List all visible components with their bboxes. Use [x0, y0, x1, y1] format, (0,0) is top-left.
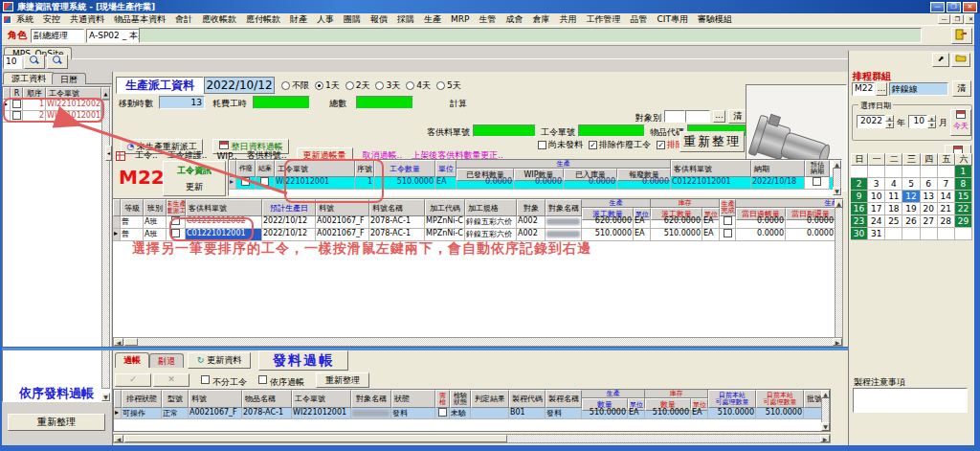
calendar-day[interactable]: 14	[938, 191, 955, 203]
tab-posting[interactable]: 過帳	[115, 352, 149, 368]
supply-no-field[interactable]	[473, 124, 536, 137]
calendar-day[interactable]: 18	[885, 203, 902, 215]
calendar-day[interactable]: 7	[938, 178, 955, 191]
unissued-checkbox[interactable]	[538, 141, 546, 149]
calendar-day[interactable]	[921, 166, 938, 178]
calendar-day[interactable]	[902, 166, 920, 178]
today-button[interactable]: 今天	[950, 109, 971, 136]
calendar-day-selected[interactable]: 12	[902, 191, 920, 203]
menu-item[interactable]: 團購	[344, 13, 361, 26]
target-clear-button[interactable]: 清	[728, 109, 747, 124]
calendar-day[interactable]: 19	[902, 203, 920, 215]
tab-source-data[interactable]: 源工資料	[3, 72, 55, 84]
calendar-day[interactable]: 2	[851, 178, 868, 191]
posting-hscrollbar[interactable]: ◀ ▶	[113, 434, 831, 443]
calendar-day[interactable]: 20	[921, 203, 938, 215]
move-hours-field[interactable]: 13	[159, 96, 205, 109]
dispatch-date-field[interactable]: 2022/10/12	[204, 77, 275, 94]
restore-button[interactable]: ❐	[947, 2, 961, 12]
tab-reject[interactable]: 剔退	[149, 353, 184, 368]
calendar-day[interactable]: 16	[851, 203, 868, 215]
menu-item[interactable]: 系統	[16, 13, 33, 26]
list-scrollbar[interactable]	[101, 100, 110, 389]
close-button[interactable]: ✕	[963, 2, 977, 12]
menu-item[interactable]: 共通資料	[70, 13, 104, 26]
calendar-day[interactable]: 27	[921, 215, 938, 228]
open-folder-button[interactable]	[951, 53, 970, 67]
schedule-vscrollbar[interactable]	[835, 199, 843, 337]
calendar-day[interactable]: 25	[885, 215, 902, 228]
workorder-row[interactable]: ▸ WI221012001 1 510.0000 EA 0.0000 0.000…	[229, 177, 841, 190]
scrollbar-down-icon[interactable]: ▼	[821, 422, 830, 431]
main-refresh-button[interactable]: 重新整理	[679, 131, 745, 152]
scrollbar-up-icon[interactable]: ▲	[833, 160, 841, 169]
calendar-day[interactable]: 31	[868, 228, 885, 240]
notes-input[interactable]	[853, 388, 968, 413]
calendar-day[interactable]: 6	[921, 178, 938, 191]
collapse-panel-button[interactable]: ◂	[105, 146, 112, 161]
redispatch-checkbox[interactable]	[171, 229, 180, 237]
close-checkbox[interactable]	[260, 177, 269, 186]
posting-refresh-button[interactable]: 重新整理	[316, 372, 369, 388]
calendar-day[interactable]: 9	[851, 191, 868, 203]
need-inspect-checkbox[interactable]	[438, 408, 447, 417]
exclude-done-checkbox[interactable]	[657, 141, 665, 149]
total-field[interactable]	[356, 96, 413, 109]
menu-item[interactable]: MRP	[451, 14, 469, 24]
calendar-day[interactable]: 15	[955, 191, 972, 203]
menu-item[interactable]: 生產	[424, 13, 441, 26]
menu-item[interactable]: 應收帳款	[202, 13, 236, 26]
cancel-button[interactable]: ✕	[153, 373, 189, 387]
spent-hours-field[interactable]	[253, 96, 310, 109]
radio-1day[interactable]	[315, 81, 323, 90]
target-name-field[interactable]	[685, 110, 710, 123]
list-item[interactable]: 2 WI221012001	[3, 111, 110, 123]
radio-unlimited[interactable]	[281, 81, 290, 90]
sequential-post-label[interactable]: 依序發料過帳	[2, 385, 111, 402]
tab-calendar[interactable]: 日曆	[52, 73, 86, 84]
row-checkbox[interactable]	[12, 111, 21, 120]
calendar-day[interactable]: 26	[902, 215, 920, 228]
calendar-day[interactable]: 8	[955, 178, 972, 191]
menu-item[interactable]: CIT專用	[657, 13, 687, 26]
calendar-day[interactable]	[885, 166, 902, 178]
radio-2day[interactable]	[345, 81, 354, 90]
calendar-day[interactable]: 17	[868, 203, 885, 215]
menu-item[interactable]: 成會	[505, 13, 523, 26]
confirm-button[interactable]: ✓	[115, 373, 151, 387]
calendar-day[interactable]	[938, 228, 955, 240]
calendar-day[interactable]: 5	[902, 178, 920, 191]
menu-item[interactable]: 人事	[317, 13, 334, 26]
month-field[interactable]: 10	[908, 115, 927, 128]
menu-item[interactable]: 報價	[370, 13, 388, 26]
scrollbar-down-icon[interactable]: ▼	[833, 187, 841, 195]
menu-item[interactable]: 工作管理	[586, 13, 620, 26]
scrollbar-up-icon[interactable]: ▲	[821, 390, 830, 398]
calendar-day[interactable]: 22	[955, 203, 972, 215]
menu-item[interactable]: 會計	[175, 13, 192, 26]
scrollbar-up-icon[interactable]: ▲	[101, 87, 110, 100]
link-workorder[interactable]: 工令..	[135, 149, 158, 162]
menu-item[interactable]: 共用	[559, 13, 576, 26]
calendar-day[interactable]: 30	[851, 228, 868, 240]
redispatch-checkbox[interactable]	[171, 216, 180, 225]
calendar-day[interactable]	[938, 166, 955, 178]
issue-post-button[interactable]: 發料過帳	[258, 350, 348, 371]
calendar-day[interactable]	[868, 166, 885, 178]
update-data-button[interactable]: ↻ 更新資料	[188, 352, 251, 369]
calc-label[interactable]: 計算	[450, 98, 467, 110]
exclude-void-checkbox[interactable]	[589, 141, 597, 149]
order-no-field[interactable]	[578, 124, 645, 137]
mdi-minimize-button[interactable]: —	[938, 14, 950, 24]
calendar-day[interactable]: 23	[851, 215, 868, 228]
wo-info-update-button[interactable]: 更新	[164, 181, 225, 193]
est-due-checkbox[interactable]	[813, 177, 821, 186]
calendar-day[interactable]	[902, 228, 920, 240]
scrollbar-up-icon[interactable]: ▲	[835, 199, 843, 208]
target-lookup-button[interactable]: ...	[713, 110, 725, 123]
year-field[interactable]: 2022	[857, 115, 885, 128]
year-stepper[interactable]: ▲▼	[885, 115, 894, 127]
left-refresh-button[interactable]: 重新整理	[8, 414, 105, 431]
menu-item[interactable]: 安控	[43, 13, 60, 26]
list-item[interactable]: ▸ 1 WI221012002	[3, 100, 110, 111]
